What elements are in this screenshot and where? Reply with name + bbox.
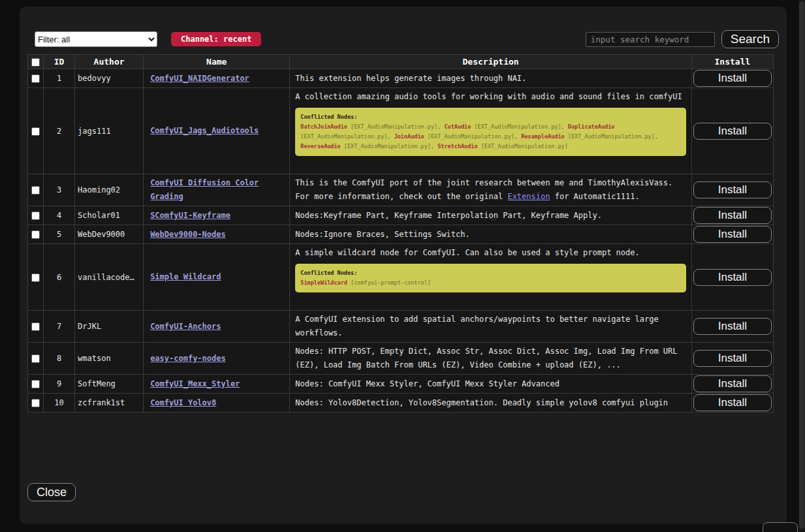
row-description: This extension helps generate images thr… bbox=[290, 69, 692, 88]
row-id: 1 bbox=[44, 69, 75, 88]
row-description: A ComfyUI extension to add spatial ancho… bbox=[290, 311, 692, 343]
row-install-cell: Install bbox=[691, 225, 773, 244]
row-checkbox[interactable] bbox=[31, 74, 40, 83]
row-author: DrJKL bbox=[75, 311, 144, 343]
select-all-checkbox[interactable] bbox=[31, 58, 40, 67]
row-checkbox[interactable] bbox=[31, 211, 40, 220]
extension-name-link[interactable]: ComfyUI_Jags_Audiotools bbox=[150, 126, 259, 135]
row-description: Nodes: Yolov8Detection, Yolov8Segmentati… bbox=[290, 394, 692, 413]
install-button[interactable]: Install bbox=[693, 207, 772, 224]
header-install: Install bbox=[691, 55, 773, 69]
row-description: A collection amazing audio tools for wor… bbox=[290, 88, 692, 174]
row-name-cell: Simple Wildcard bbox=[144, 244, 290, 311]
row-author: WebDev9000 bbox=[75, 225, 144, 244]
row-id: 5 bbox=[44, 225, 75, 244]
conflict-node-name: ResampleAudio bbox=[521, 133, 565, 140]
extension-name-link[interactable]: WebDev9000-Nodes bbox=[150, 230, 226, 239]
extension-name-link[interactable]: ComfyUI Yolov8 bbox=[150, 398, 216, 407]
row-install-cell: Install bbox=[691, 375, 773, 394]
row-install-cell: Install bbox=[691, 394, 773, 413]
row-name-cell: ComfyUI_Mexx_Styler bbox=[144, 375, 290, 394]
table-row: 7DrJKLComfyUI-AnchorsA ComfyUI extension… bbox=[28, 311, 774, 343]
row-select-cell bbox=[28, 244, 44, 311]
description-text: Nodes: HTTP POST, Empty Dict, Assoc Str,… bbox=[295, 345, 686, 372]
custom-nodes-table: ID Author Name Description Install 1bedo… bbox=[27, 54, 774, 413]
extension-name-link[interactable]: ComfyUI_NAIDGenerator bbox=[150, 74, 249, 83]
background-clipped-button bbox=[763, 522, 798, 532]
filter-select[interactable]: Filter: all bbox=[35, 31, 157, 47]
table-row: 2jags111ComfyUI_Jags_AudiotoolsA collect… bbox=[28, 88, 774, 174]
row-id: 3 bbox=[44, 174, 75, 206]
row-name-cell: ComfyUI-Anchors bbox=[144, 311, 290, 343]
table-row: 10zcfrank1stComfyUI Yolov8Nodes: Yolov8D… bbox=[28, 394, 774, 413]
toolbar: Filter: all Channel: recent Search bbox=[27, 30, 779, 48]
description-text: Nodes: ComfyUI Mexx Styler, ComfyUI Mexx… bbox=[295, 377, 686, 391]
row-install-cell: Install bbox=[691, 206, 773, 225]
row-checkbox[interactable] bbox=[31, 230, 40, 239]
install-button[interactable]: Install bbox=[693, 123, 772, 140]
conflict-node-source: [EXT_AudioManipulation.py] bbox=[474, 123, 561, 130]
install-button[interactable]: Install bbox=[693, 318, 772, 335]
row-install-cell: Install bbox=[691, 343, 773, 375]
extension-name-link[interactable]: Simple Wildcard bbox=[150, 272, 221, 281]
conflicted-nodes-box: Conflicted Nodes:BatchJoinAudio [EXT_Aud… bbox=[295, 108, 686, 156]
install-button[interactable]: Install bbox=[693, 269, 772, 286]
row-select-cell bbox=[28, 206, 44, 225]
table-row: 8wmatsoneasy-comfy-nodesNodes: HTTP POST… bbox=[28, 343, 774, 375]
table-overflow-spacer bbox=[27, 413, 782, 440]
row-checkbox[interactable] bbox=[31, 127, 40, 136]
row-checkbox[interactable] bbox=[31, 274, 40, 282]
row-name-cell: easy-comfy-nodes bbox=[144, 343, 290, 375]
row-install-cell: Install bbox=[691, 311, 773, 343]
row-id: 2 bbox=[44, 88, 75, 174]
page-scrollbar[interactable] bbox=[798, 0, 805, 532]
conflicted-nodes-list: BatchJoinAudio [EXT_AudioManipulation.py… bbox=[300, 122, 681, 151]
row-author: vanillacode… bbox=[75, 244, 144, 311]
header-description: Description bbox=[290, 55, 692, 69]
header-id: ID bbox=[44, 55, 75, 69]
row-id: 9 bbox=[44, 375, 75, 394]
conflict-node-source: [comfyui-prompt-control] bbox=[351, 279, 431, 286]
install-button[interactable]: Install bbox=[693, 375, 772, 392]
extension-name-link[interactable]: easy-comfy-nodes bbox=[150, 354, 226, 363]
install-button[interactable]: Install bbox=[693, 70, 772, 87]
row-checkbox[interactable] bbox=[31, 399, 40, 407]
row-author: Scholar01 bbox=[75, 206, 144, 225]
page-scrollbar-thumb[interactable] bbox=[799, 1, 804, 529]
extension-name-link[interactable]: ComfyUI-Anchors bbox=[150, 322, 221, 331]
row-id: 8 bbox=[44, 343, 75, 375]
extension-name-link[interactable]: SComfyUI-Keyframe bbox=[150, 211, 230, 220]
row-id: 10 bbox=[44, 394, 75, 413]
description-link[interactable]: Extension bbox=[507, 192, 550, 201]
description-text: Nodes:Ignore Braces, Settings Switch. bbox=[295, 228, 686, 242]
install-custom-nodes-dialog: Filter: all Channel: recent Search ID Au… bbox=[20, 7, 787, 524]
close-button[interactable]: Close bbox=[27, 483, 76, 501]
header-author: Author bbox=[75, 55, 144, 69]
channel-badge: Channel: recent bbox=[171, 32, 261, 46]
conflicted-nodes-title: Conflicted Nodes: bbox=[300, 268, 681, 278]
row-checkbox[interactable] bbox=[31, 354, 40, 363]
table-row: 9SoftMengComfyUI_Mexx_StylerNodes: Comfy… bbox=[28, 375, 774, 394]
install-button[interactable]: Install bbox=[693, 226, 772, 243]
row-install-cell: Install bbox=[691, 88, 773, 174]
row-checkbox[interactable] bbox=[31, 380, 40, 388]
install-button[interactable]: Install bbox=[693, 181, 772, 198]
row-name-cell: WebDev9000-Nodes bbox=[144, 225, 290, 244]
table-scroll-area[interactable]: ID Author Name Description Install 1bedo… bbox=[27, 54, 782, 440]
row-author: bedovyy bbox=[75, 69, 144, 88]
search-input[interactable] bbox=[586, 32, 715, 47]
conflict-node-name: CutAudio bbox=[444, 123, 471, 130]
row-name-cell: ComfyUI Yolov8 bbox=[144, 394, 290, 413]
install-button[interactable]: Install bbox=[693, 394, 772, 411]
row-checkbox[interactable] bbox=[31, 322, 40, 331]
row-checkbox[interactable] bbox=[31, 186, 40, 195]
row-name-cell: ComfyUI_Jags_Audiotools bbox=[144, 88, 290, 174]
conflict-node-name: ReverseAudio bbox=[300, 143, 340, 149]
conflict-node-source: [EXT_AudioManipulation.py] bbox=[300, 133, 387, 140]
search-button[interactable]: Search bbox=[721, 30, 779, 48]
install-button[interactable]: Install bbox=[693, 350, 772, 367]
extension-name-link[interactable]: ComfyUI_Mexx_Styler bbox=[150, 379, 240, 388]
conflict-node-name: BatchJoinAudio bbox=[300, 123, 347, 130]
row-author: SoftMeng bbox=[75, 375, 144, 394]
extension-name-link[interactable]: ComfyUI Diffusion Color Grading bbox=[150, 178, 259, 201]
